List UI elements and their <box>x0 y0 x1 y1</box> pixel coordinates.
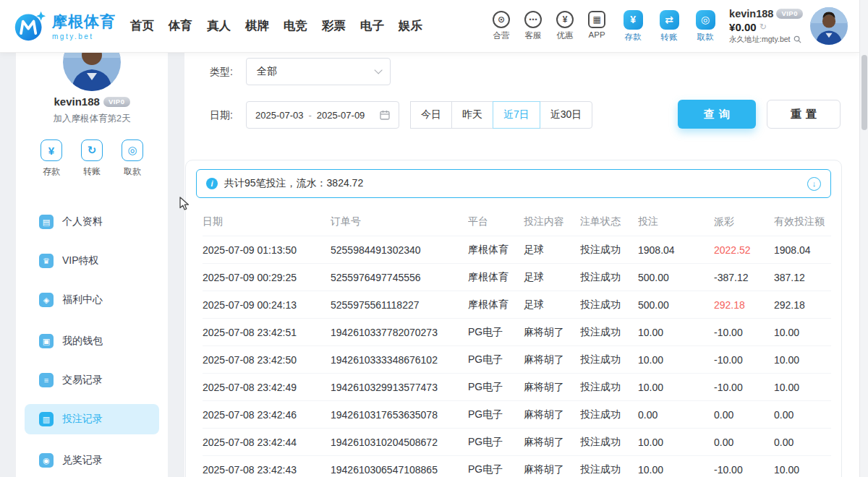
cell-date: 2025-07-09 00:24:13 <box>203 299 331 311</box>
logo[interactable]: 摩根体育 mgty.bet <box>13 9 116 43</box>
menu-item-label: VIP特权 <box>62 254 99 267</box>
cell-valid-amount: 387.12 <box>774 272 831 283</box>
summary-text: 共计95笔投注，流水：3824.72 <box>224 177 363 190</box>
nav-menu-item[interactable]: 棋牌 <box>245 18 269 34</box>
scrollbar-thumb[interactable] <box>861 55 867 130</box>
sidebar-quick-label: 取款 <box>124 166 141 178</box>
sidebar-profile: kevin188 VIP0 <box>16 95 168 108</box>
sidebar-menu-item[interactable]: ▣ 我的钱包 <box>25 326 159 356</box>
scrollbar[interactable] <box>859 0 868 477</box>
navbar-quick-link[interactable]: ¥ 优惠 <box>553 11 577 41</box>
cell-bet-content: 足球 <box>524 244 580 257</box>
cell-bet-content: 麻将胡了 <box>524 353 580 366</box>
cell-payout: 2022.52 <box>714 244 774 256</box>
quick-range-group: 今日昨天近7日近30日 <box>411 101 592 129</box>
nav-menu-item[interactable]: 真人 <box>207 18 231 34</box>
cell-date: 2025-07-08 23:42:44 <box>203 437 331 448</box>
nav-menu-item[interactable]: 首页 <box>130 18 154 34</box>
table-row[interactable]: 2025-07-09 00:29:25 5255976497745556 摩根体… <box>203 263 831 291</box>
navbar-wallet-action[interactable]: ◎ 取款 <box>692 10 719 43</box>
date-start-value: 2025-07-03 <box>255 110 304 121</box>
sidebar-menu-item[interactable]: ♛ VIP特权 <box>25 246 159 276</box>
navbar-wallet-action[interactable]: ¥ 存款 <box>619 10 647 43</box>
user-avatar[interactable] <box>810 7 848 45</box>
range-button[interactable]: 近30日 <box>540 101 593 129</box>
quick-link-label: 客服 <box>525 30 542 41</box>
range-button[interactable]: 今日 <box>410 101 452 129</box>
cell-platform: 摩根体育 <box>468 298 524 311</box>
cell-valid-amount: 0.00 <box>774 409 831 421</box>
date-range-input[interactable]: 2025-07-03 - 2025-07-09 <box>246 101 399 129</box>
menu-item-label: 福利中心 <box>62 293 103 306</box>
cell-date: 2025-07-08 23:42:43 <box>203 464 331 476</box>
table-row[interactable]: 2025-07-08 23:42:44 1942610310204508672 … <box>203 428 831 455</box>
quick-link-icon: ⋯ <box>524 11 542 28</box>
nav-menu-item[interactable]: 电子 <box>360 18 384 34</box>
cell-order-number: 1942610333348676102 <box>331 354 468 366</box>
wallet-action-label: 取款 <box>697 32 714 43</box>
type-select[interactable]: 全部 <box>246 58 391 85</box>
cell-platform: 摩根体育 <box>468 244 524 257</box>
nav-menu-item[interactable]: 彩票 <box>322 18 346 34</box>
table-header-cell: 派彩 <box>714 215 774 228</box>
sidebar-menu-item[interactable]: ≡ 交易记录 <box>25 365 159 395</box>
sidebar-quick-actions: ¥ 存款 ↻ 转账 ◎ 取款 <box>16 139 168 178</box>
sidebar: kevin188 VIP0 加入摩根体育第2天 ¥ 存款 ↻ 转账 ◎ 取款 ▤… <box>16 52 168 477</box>
cell-date: 2025-07-08 23:42:50 <box>203 354 331 366</box>
cell-bet-content: 麻将胡了 <box>524 326 580 339</box>
nav-menu-item[interactable]: 娱乐 <box>399 18 422 34</box>
cell-platform: PG电子 <box>468 326 524 339</box>
cell-date: 2025-07-08 23:42:46 <box>203 409 331 421</box>
cell-payout: 0.00 <box>714 437 774 448</box>
cell-bet-amount: 0.00 <box>638 409 714 421</box>
wallet-action-icon: ⇄ <box>660 10 679 30</box>
cell-platform: PG电子 <box>468 463 524 476</box>
sidebar-quick-action[interactable]: ↻ 转账 <box>81 139 103 178</box>
navbar-quick-link[interactable]: ⊙ 合营 <box>489 11 514 41</box>
table-row[interactable]: 2025-07-08 23:42:50 1942610333348676102 … <box>203 345 831 373</box>
menu-item-icon: ≡ <box>39 373 54 387</box>
query-button[interactable]: 查询 <box>678 100 756 129</box>
sidebar-menu-item[interactable]: ◈ 福利中心 <box>25 285 159 315</box>
cell-bet-amount: 1908.04 <box>638 244 714 256</box>
wallet-action-label: 存款 <box>625 32 642 43</box>
navbar-quick-links: ⊙ 合营 ⋯ 客服 ¥ 优惠 ▦ APP <box>489 11 609 41</box>
navbar-quick-link[interactable]: ⋯ 客服 <box>521 11 545 41</box>
navbar-quick-link[interactable]: ▦ APP <box>584 11 609 41</box>
reset-button[interactable]: 重置 <box>767 100 841 129</box>
sidebar-quick-action[interactable]: ¥ 存款 <box>41 139 62 178</box>
export-icon[interactable]: ↓ <box>807 177 821 191</box>
sidebar-quick-action[interactable]: ◎ 取款 <box>122 139 143 178</box>
main-content: 类型: 全部 日期: 2025-07-03 - 2025-07-09 今日昨天近… <box>184 52 859 477</box>
cell-date: 2025-07-08 23:42:51 <box>203 327 331 338</box>
table-row[interactable]: 2025-07-08 23:42:43 1942610306547108865 … <box>203 455 831 477</box>
menu-item-label: 个人资料 <box>62 215 103 228</box>
magnifier-icon[interactable] <box>793 35 801 43</box>
sidebar-menu-item[interactable]: ◉ 兑奖记录 <box>25 445 159 476</box>
logo-icon <box>13 9 46 43</box>
nav-menu-item[interactable]: 电竞 <box>284 18 307 34</box>
table-row[interactable]: 2025-07-09 00:24:13 5255975561118227 摩根体… <box>203 291 831 318</box>
range-button[interactable]: 近7日 <box>493 101 540 129</box>
username: kevin188 <box>729 8 773 20</box>
table-row[interactable]: 2025-07-08 23:42:51 1942610337782070273 … <box>203 318 831 345</box>
cell-valid-amount: 10.00 <box>774 327 831 338</box>
table-row[interactable]: 2025-07-08 23:42:49 1942610329913577473 … <box>203 373 831 400</box>
cell-bet-amount: 500.00 <box>638 299 714 311</box>
cell-order-number: 5255975561118227 <box>331 299 468 311</box>
table-row[interactable]: 2025-07-08 23:42:46 1942610317653635078 … <box>203 400 831 428</box>
logo-subtitle: mgty.bet <box>52 33 116 40</box>
cell-payout: 0.00 <box>714 409 774 421</box>
range-button[interactable]: 昨天 <box>451 101 493 129</box>
menu-item-icon: ♛ <box>39 254 54 268</box>
sidebar-menu-item[interactable]: ▤ 个人资料 <box>25 207 159 237</box>
navbar-wallet-action[interactable]: ⇄ 转账 <box>655 10 683 43</box>
cell-status: 投注成功 <box>580 436 638 449</box>
table-row[interactable]: 2025-07-09 01:13:50 5255984491302340 摩根体… <box>203 236 831 263</box>
nav-menu-item[interactable]: 体育 <box>169 18 192 34</box>
sidebar-menu-item[interactable]: ▥ 投注记录 <box>25 404 159 434</box>
sidebar-menu: ▤ 个人资料 ♛ VIP特权 ◈ 福利中心 ▣ 我的钱包 ≡ 交易记录 ▥ 投注… <box>16 207 168 476</box>
refresh-balance-icon[interactable]: ↻ <box>760 22 767 32</box>
menu-item-icon: ▤ <box>39 215 54 229</box>
menu-item-icon: ▥ <box>39 412 54 426</box>
